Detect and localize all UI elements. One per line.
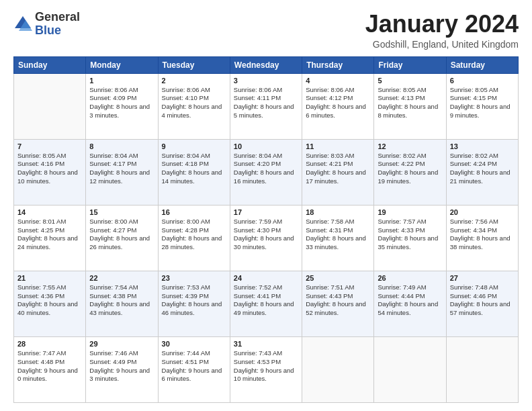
cell-date: 4 <box>306 77 370 85</box>
location: Godshill, England, United Kingdom <box>365 39 519 50</box>
calendar-cell: 20Sunrise: 7:56 AMSunset: 4:34 PMDayligh… <box>446 205 518 271</box>
calendar-cell: 8Sunrise: 8:04 AMSunset: 4:17 PMDaylight… <box>86 139 158 205</box>
calendar-cell: 16Sunrise: 8:00 AMSunset: 4:28 PMDayligh… <box>158 205 230 271</box>
calendar-cell: 31Sunrise: 7:43 AMSunset: 4:53 PMDayligh… <box>230 336 302 402</box>
cell-date: 20 <box>450 208 515 216</box>
cell-info: Sunrise: 8:04 AMSunset: 4:20 PMDaylight:… <box>234 152 298 186</box>
cell-info: Sunrise: 7:56 AMSunset: 4:34 PMDaylight:… <box>450 218 515 252</box>
calendar-header: SundayMondayTuesdayWednesdayThursdayFrid… <box>14 56 519 73</box>
weekday-row: SundayMondayTuesdayWednesdayThursdayFrid… <box>14 56 519 73</box>
page: General Blue January 2024 Godshill, Engl… <box>0 0 532 411</box>
cell-date: 15 <box>89 208 154 216</box>
cell-date: 30 <box>162 340 226 348</box>
cell-info: Sunrise: 8:05 AMSunset: 4:16 PMDaylight:… <box>17 152 82 186</box>
calendar-cell: 12Sunrise: 8:02 AMSunset: 4:22 PMDayligh… <box>374 139 446 205</box>
cell-info: Sunrise: 7:48 AMSunset: 4:46 PMDaylight:… <box>450 283 515 318</box>
cell-date: 24 <box>234 274 298 282</box>
cell-info: Sunrise: 8:02 AMSunset: 4:24 PMDaylight:… <box>450 152 515 186</box>
cell-date: 3 <box>234 77 298 85</box>
cell-date: 26 <box>378 274 442 282</box>
calendar-cell <box>302 336 374 402</box>
cell-info: Sunrise: 8:06 AMSunset: 4:10 PMDaylight:… <box>162 86 226 120</box>
calendar-cell: 19Sunrise: 7:57 AMSunset: 4:33 PMDayligh… <box>374 205 446 271</box>
cell-info: Sunrise: 7:43 AMSunset: 4:53 PMDaylight:… <box>234 349 298 383</box>
logo-general-text: General <box>35 10 80 24</box>
cell-date: 6 <box>450 77 515 85</box>
logo: General Blue <box>13 11 80 38</box>
cell-date: 7 <box>17 142 82 150</box>
weekday-header-monday: Monday <box>86 56 158 73</box>
cell-date: 17 <box>234 208 298 216</box>
week-row: 21Sunrise: 7:55 AMSunset: 4:36 PMDayligh… <box>14 271 519 336</box>
cell-info: Sunrise: 8:03 AMSunset: 4:21 PMDaylight:… <box>306 152 370 186</box>
calendar-cell: 14Sunrise: 8:01 AMSunset: 4:25 PMDayligh… <box>14 205 86 271</box>
calendar-cell: 18Sunrise: 7:58 AMSunset: 4:31 PMDayligh… <box>302 205 374 271</box>
calendar: SundayMondayTuesdayWednesdayThursdayFrid… <box>13 56 519 403</box>
logo-icon <box>13 15 32 34</box>
cell-info: Sunrise: 8:06 AMSunset: 4:09 PMDaylight:… <box>89 86 154 120</box>
cell-info: Sunrise: 7:57 AMSunset: 4:33 PMDaylight:… <box>378 218 442 252</box>
calendar-cell: 4Sunrise: 8:06 AMSunset: 4:12 PMDaylight… <box>302 73 374 139</box>
calendar-cell: 29Sunrise: 7:46 AMSunset: 4:49 PMDayligh… <box>86 336 158 402</box>
cell-date: 21 <box>17 274 82 282</box>
cell-date: 12 <box>378 142 442 150</box>
cell-date: 13 <box>450 142 515 150</box>
cell-date: 27 <box>450 274 515 282</box>
cell-date: 31 <box>234 340 298 348</box>
cell-date: 18 <box>306 208 370 216</box>
cell-info: Sunrise: 8:05 AMSunset: 4:15 PMDaylight:… <box>450 86 515 120</box>
cell-date: 9 <box>162 142 226 150</box>
calendar-cell <box>14 73 86 139</box>
cell-date: 22 <box>89 274 154 282</box>
cell-info: Sunrise: 7:46 AMSunset: 4:49 PMDaylight:… <box>89 349 154 383</box>
cell-info: Sunrise: 7:55 AMSunset: 4:36 PMDaylight:… <box>17 283 82 318</box>
calendar-cell: 28Sunrise: 7:47 AMSunset: 4:48 PMDayligh… <box>14 336 86 402</box>
cell-info: Sunrise: 7:54 AMSunset: 4:38 PMDaylight:… <box>89 283 154 318</box>
cell-info: Sunrise: 7:59 AMSunset: 4:30 PMDaylight:… <box>234 218 298 252</box>
calendar-cell: 7Sunrise: 8:05 AMSunset: 4:16 PMDaylight… <box>14 139 86 205</box>
cell-date: 14 <box>17 208 82 216</box>
cell-date: 5 <box>378 77 442 85</box>
cell-date: 29 <box>89 340 154 348</box>
cell-info: Sunrise: 8:06 AMSunset: 4:12 PMDaylight:… <box>306 86 370 120</box>
calendar-cell: 22Sunrise: 7:54 AMSunset: 4:38 PMDayligh… <box>86 271 158 336</box>
calendar-cell <box>374 336 446 402</box>
cell-info: Sunrise: 8:04 AMSunset: 4:18 PMDaylight:… <box>162 152 226 186</box>
calendar-cell: 23Sunrise: 7:53 AMSunset: 4:39 PMDayligh… <box>158 271 230 336</box>
week-row: 1Sunrise: 8:06 AMSunset: 4:09 PMDaylight… <box>14 73 519 139</box>
title-block: January 2024 Godshill, England, United K… <box>365 11 519 50</box>
calendar-cell: 3Sunrise: 8:06 AMSunset: 4:11 PMDaylight… <box>230 73 302 139</box>
weekday-header-thursday: Thursday <box>302 56 374 73</box>
calendar-cell: 11Sunrise: 8:03 AMSunset: 4:21 PMDayligh… <box>302 139 374 205</box>
calendar-cell: 17Sunrise: 7:59 AMSunset: 4:30 PMDayligh… <box>230 205 302 271</box>
cell-info: Sunrise: 8:00 AMSunset: 4:27 PMDaylight:… <box>89 218 154 252</box>
calendar-cell: 6Sunrise: 8:05 AMSunset: 4:15 PMDaylight… <box>446 73 518 139</box>
cell-info: Sunrise: 8:02 AMSunset: 4:22 PMDaylight:… <box>378 152 442 186</box>
weekday-header-saturday: Saturday <box>446 56 518 73</box>
week-row: 28Sunrise: 7:47 AMSunset: 4:48 PMDayligh… <box>14 336 519 402</box>
cell-date: 25 <box>306 274 370 282</box>
weekday-header-tuesday: Tuesday <box>158 56 230 73</box>
cell-info: Sunrise: 8:06 AMSunset: 4:11 PMDaylight:… <box>234 86 298 120</box>
cell-date: 28 <box>17 340 82 348</box>
weekday-header-wednesday: Wednesday <box>230 56 302 73</box>
calendar-cell: 27Sunrise: 7:48 AMSunset: 4:46 PMDayligh… <box>446 271 518 336</box>
cell-info: Sunrise: 7:58 AMSunset: 4:31 PMDaylight:… <box>306 218 370 252</box>
cell-date: 1 <box>89 77 154 85</box>
cell-info: Sunrise: 8:01 AMSunset: 4:25 PMDaylight:… <box>17 218 82 252</box>
cell-date: 16 <box>162 208 226 216</box>
weekday-header-friday: Friday <box>374 56 446 73</box>
calendar-cell: 24Sunrise: 7:52 AMSunset: 4:41 PMDayligh… <box>230 271 302 336</box>
cell-date: 11 <box>306 142 370 150</box>
calendar-cell: 10Sunrise: 8:04 AMSunset: 4:20 PMDayligh… <box>230 139 302 205</box>
calendar-cell: 5Sunrise: 8:05 AMSunset: 4:13 PMDaylight… <box>374 73 446 139</box>
cell-info: Sunrise: 7:49 AMSunset: 4:44 PMDaylight:… <box>378 283 442 318</box>
cell-info: Sunrise: 7:52 AMSunset: 4:41 PMDaylight:… <box>234 283 298 318</box>
cell-date: 8 <box>89 142 154 150</box>
week-row: 7Sunrise: 8:05 AMSunset: 4:16 PMDaylight… <box>14 139 519 205</box>
weekday-header-sunday: Sunday <box>14 56 86 73</box>
cell-date: 19 <box>378 208 442 216</box>
calendar-cell: 9Sunrise: 8:04 AMSunset: 4:18 PMDaylight… <box>158 139 230 205</box>
cell-info: Sunrise: 8:05 AMSunset: 4:13 PMDaylight:… <box>378 86 442 120</box>
calendar-cell: 30Sunrise: 7:44 AMSunset: 4:51 PMDayligh… <box>158 336 230 402</box>
